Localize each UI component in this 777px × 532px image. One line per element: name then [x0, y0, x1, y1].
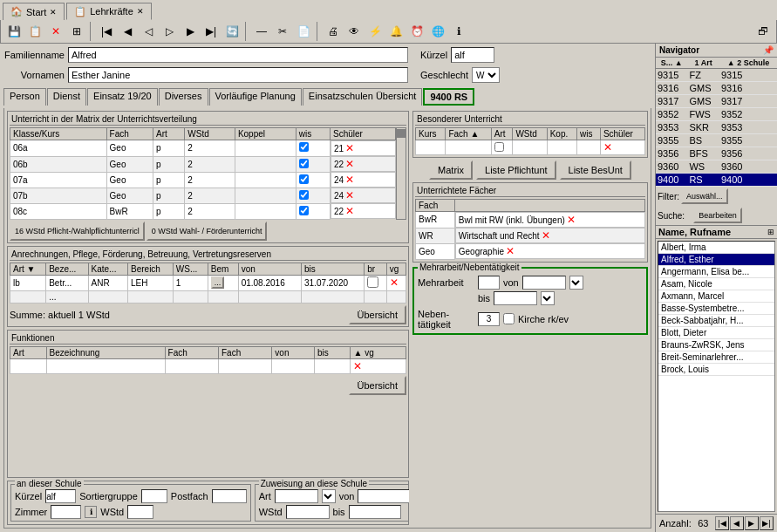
- tab-vorlaeufig[interactable]: Vorläufige Planung: [209, 88, 302, 106]
- btn-pflichtunterricht[interactable]: 16 WStd Pflicht-/Wahlpflichtunterricl: [10, 222, 145, 241]
- col-bu-sch[interactable]: Schüler: [600, 128, 644, 140]
- zuw-art-input[interactable]: [275, 489, 318, 503]
- wis-checkbox[interactable]: [299, 174, 309, 184]
- tb-flash[interactable]: ⚡: [365, 22, 385, 41]
- tab-einsatzschulen[interactable]: Einsatzschulen Übersicht: [303, 88, 423, 106]
- list-item[interactable]: Beck-Sabbatjahr, H...: [658, 315, 774, 327]
- table-row[interactable]: Geo Geographie✕: [416, 243, 645, 259]
- tab-start-close[interactable]: ✕: [50, 8, 57, 17]
- col-fach[interactable]: Fach: [106, 128, 153, 140]
- fach-delete[interactable]: ✕: [542, 229, 550, 242]
- btn-matrix[interactable]: Matrix: [429, 160, 473, 180]
- nav-table-row[interactable]: 9353SKR9353: [656, 121, 777, 134]
- names-list[interactable]: Albert, IrmaAlfred, EstherAngermann, Eli…: [658, 241, 775, 512]
- nav-table-row[interactable]: 9356BFS9356: [656, 147, 777, 160]
- suche-btn[interactable]: Bearbeiten: [693, 208, 742, 223]
- list-item[interactable]: Axmann, Marcel: [658, 290, 774, 303]
- list-item[interactable]: Alfred, Esther: [658, 254, 774, 266]
- wis-checkbox[interactable]: [299, 206, 309, 215]
- nav-col2[interactable]: 1 Art: [687, 58, 719, 69]
- nav-col1[interactable]: S... ▲: [656, 58, 687, 69]
- nav-table-row[interactable]: 9355BS9355: [656, 134, 777, 147]
- tb-save[interactable]: 💾: [4, 22, 24, 41]
- tb-refresh[interactable]: 🔄: [222, 22, 242, 41]
- vg-delete[interactable]: ✕: [390, 276, 399, 289]
- bem-btn[interactable]: ...: [211, 276, 225, 289]
- col-schueler[interactable]: Schüler: [331, 128, 396, 140]
- table-row[interactable]: 08c BwR p 2 22✕: [10, 203, 396, 219]
- tab-person[interactable]: Person: [3, 88, 46, 106]
- nav-table-row[interactable]: 9316GMS9316: [656, 82, 777, 95]
- btn-liste-besunt[interactable]: Liste BesUnt: [560, 160, 631, 180]
- col-fn-bis[interactable]: bis: [314, 346, 351, 358]
- familienname-input[interactable]: [68, 47, 408, 63]
- col-arr-ws[interactable]: WS...: [173, 263, 208, 275]
- table-row[interactable]: 07b Geo p 2 24✕: [10, 188, 396, 203]
- mehrarbeit-bis-select[interactable]: [541, 291, 555, 305]
- list-item[interactable]: Brauns-ZwRSK, Jens: [658, 339, 774, 351]
- col-arr-von[interactable]: von: [238, 263, 301, 275]
- list-item[interactable]: Blott, Dieter: [658, 327, 774, 339]
- geschlecht-select[interactable]: W M: [472, 67, 500, 83]
- tb-globe[interactable]: 🌐: [428, 22, 447, 41]
- col-art[interactable]: Art: [153, 128, 185, 140]
- tb-next[interactable]: ▶: [181, 22, 200, 41]
- wis-checkbox[interactable]: [299, 190, 309, 200]
- list-item[interactable]: Breit-Seminarlehrer...: [658, 351, 774, 364]
- row-delete[interactable]: ✕: [345, 158, 354, 170]
- row-delete[interactable]: ✕: [345, 142, 354, 154]
- col-bu-kurs[interactable]: Kurs: [416, 128, 446, 140]
- kuerzel-input[interactable]: [451, 47, 494, 63]
- col-wstd[interactable]: WStd: [185, 128, 235, 140]
- col-wis[interactable]: wis: [296, 128, 330, 140]
- col-bu-kop[interactable]: Kop.: [547, 128, 576, 140]
- col-fn-vg[interactable]: ▲ vg: [351, 346, 406, 358]
- col-uf-beschr[interactable]: [454, 200, 644, 212]
- nav-table-row[interactable]: 9317GMS9317: [656, 95, 777, 108]
- tab-dienst[interactable]: Dienst: [47, 88, 86, 106]
- btn-uebersicht-anr[interactable]: Übersicht: [349, 305, 406, 324]
- tb-clock[interactable]: ⏰: [407, 22, 426, 41]
- bu-delete[interactable]: ✕: [603, 141, 612, 153]
- tb-cut[interactable]: ✂: [273, 22, 292, 41]
- list-item[interactable]: Albert, Irma: [658, 242, 774, 254]
- btn-uebersicht-fn[interactable]: Übersicht: [349, 376, 406, 395]
- fach-delete[interactable]: ✕: [567, 214, 576, 226]
- bu-wis-chk[interactable]: [494, 142, 504, 152]
- mehrarbeit-input[interactable]: [478, 276, 500, 290]
- tb-help[interactable]: ℹ: [449, 22, 468, 41]
- row-delete[interactable]: ✕: [345, 189, 354, 201]
- zuw-von-input[interactable]: [358, 489, 409, 503]
- kirche-checkbox[interactable]: [503, 313, 515, 324]
- nav-last[interactable]: ▶|: [760, 516, 774, 530]
- row-delete[interactable]: ✕: [345, 205, 354, 217]
- col-fn-von[interactable]: von: [272, 346, 315, 358]
- tab-einsatz[interactable]: Einsatz 19/20: [87, 88, 158, 106]
- mehrarbeit-von-input[interactable]: [522, 276, 566, 290]
- col-bu-wis[interactable]: wis: [577, 128, 601, 140]
- bot-wstd-input[interactable]: [127, 505, 153, 519]
- mehrarbeit-von-select[interactable]: [569, 276, 583, 290]
- bot-sortier-input[interactable]: [141, 489, 167, 503]
- btn-foerderunterricht[interactable]: 0 WStd Wahl- / Förderunterricht: [147, 222, 268, 241]
- col-arr-beze[interactable]: Beze...: [46, 263, 88, 275]
- tab-diverses[interactable]: Diverses: [159, 88, 208, 106]
- nav-prev[interactable]: ◀: [730, 516, 744, 530]
- list-item[interactable]: Asam, Nicole: [658, 278, 774, 290]
- col-bu-art[interactable]: Art: [491, 128, 513, 140]
- nebentaetigkeit-input[interactable]: [478, 312, 500, 326]
- table-row[interactable]: 06b Geo p 2 22✕: [10, 156, 396, 172]
- tab-lehrkraefte[interactable]: 📋 Lehrkräfte ✕: [66, 3, 152, 20]
- tb-last[interactable]: ▶|: [201, 22, 221, 41]
- zuw-art-select[interactable]: [322, 489, 336, 503]
- tab-start[interactable]: 🏠 Start ✕: [3, 3, 65, 20]
- nav-table-row[interactable]: 9315FZ9315: [656, 69, 777, 82]
- tab-9400rs[interactable]: 9400 RS: [423, 88, 474, 106]
- col-arr-bem[interactable]: Bem: [208, 263, 238, 275]
- table-row[interactable]: BwR Bwl mit RW (inkl. Übungen)✕: [416, 212, 645, 228]
- col-bu-wstd[interactable]: WStd: [513, 128, 547, 140]
- fach-delete[interactable]: ✕: [506, 245, 515, 257]
- col-bu-fach[interactable]: Fach ▲: [446, 128, 491, 140]
- mehrarbeit-bis-input[interactable]: [494, 291, 537, 305]
- tb-prev[interactable]: ◀: [118, 22, 137, 41]
